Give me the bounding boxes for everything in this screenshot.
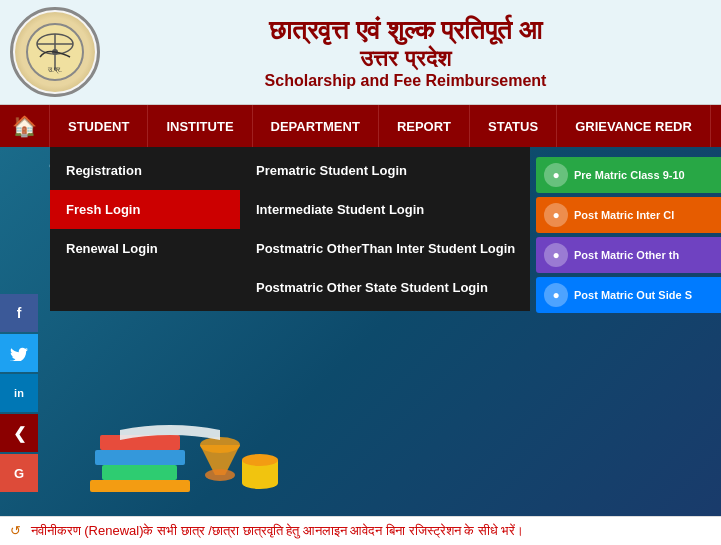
postmatric-outside-card[interactable]: ● Post Matric Out Side S [536, 277, 721, 313]
student-dropdown: Registration Fresh Login Renewal Login P… [50, 147, 530, 311]
dropdown-fresh-login[interactable]: Fresh Login [50, 190, 240, 229]
bottom-notification-text: नवीनीकरण (Renewal)के सभी छात्र /छात्रा छ… [31, 523, 525, 538]
nav-report[interactable]: REPORT [379, 105, 470, 147]
postmatric-other-card[interactable]: ● Post Matric Other th [536, 237, 721, 273]
header-subtitle-hindi: उत्तर प्रदेश [100, 46, 711, 72]
nav-department[interactable]: DEPARTMENT [253, 105, 379, 147]
logo: उ.प्र. [10, 7, 100, 97]
nav-institute-label: INSTITUTE [166, 119, 233, 134]
svg-rect-7 [95, 450, 185, 465]
postmatric-other-label: Post Matric Other th [574, 249, 679, 261]
header-title-hindi: छात्रवृत्त एवं शुल्क प्रतिपूर्त आ [100, 15, 711, 46]
prematric-icon: ● [544, 163, 568, 187]
svg-rect-9 [90, 480, 190, 492]
sidebar-toggle-button[interactable]: ❮ [0, 414, 38, 452]
nav-report-label: REPORT [397, 119, 451, 134]
logo-emblem: उ.प्र. [15, 12, 95, 92]
prematric-label: Pre Matric Class 9-10 [574, 169, 685, 181]
nav-grievance-label: GRIEVANCE REDR [575, 119, 692, 134]
nav-status-label: STATUS [488, 119, 538, 134]
social-sidebar: f in ❮ G [0, 294, 38, 494]
dropdown-prematric-login[interactable]: Prematric Student Login [240, 151, 530, 190]
header-text-block: छात्रवृत्त एवं शुल्क प्रतिपूर्त आ उत्तर … [100, 15, 711, 90]
ticker-arrow-icon: ↺ [10, 523, 21, 538]
dropdown-renewal-login[interactable]: Renewal Login [50, 229, 240, 268]
svg-rect-8 [102, 465, 177, 480]
postmatric-other-icon: ● [544, 243, 568, 267]
nav-department-label: DEPARTMENT [271, 119, 360, 134]
dropdown-postmatric-state-login[interactable]: Postmatric Other State Student Login [240, 268, 530, 307]
postmatric-outside-icon: ● [544, 283, 568, 307]
right-cards-panel: ● Pre Matric Class 9-10 ● Post Matric In… [536, 157, 721, 313]
dropdown-left-panel: Registration Fresh Login Renewal Login [50, 147, 240, 311]
navbar: 🏠 STUDENT Registration Fresh Login Renew… [0, 105, 721, 147]
postmatric-inter-card[interactable]: ● Post Matric Inter Cl [536, 197, 721, 233]
header: उ.प्र. छात्रवृत्त एवं शुल्क प्रतिपूर्त आ… [0, 0, 721, 105]
nav-grievance[interactable]: GRIEVANCE REDR [557, 105, 711, 147]
prematric-card[interactable]: ● Pre Matric Class 9-10 [536, 157, 721, 193]
svg-point-12 [205, 469, 235, 481]
header-subtitle-eng: Scholarship and Fee Reimbursement [100, 72, 711, 90]
bottom-notification-bar: ↺ नवीनीकरण (Renewal)के सभी छात्र /छात्रा… [0, 516, 721, 545]
google-button[interactable]: G [0, 454, 38, 492]
dropdown-postmatric-other-login[interactable]: Postmatric OtherThan Inter Student Login [240, 229, 530, 268]
nav-student-label: STUDENT [68, 119, 129, 134]
nav-status[interactable]: STATUS [470, 105, 557, 147]
nav-student[interactable]: STUDENT Registration Fresh Login Renewal… [50, 105, 148, 147]
postmatric-outside-label: Post Matric Out Side S [574, 289, 692, 301]
nav-institute[interactable]: INSTITUTE [148, 105, 252, 147]
facebook-button[interactable]: f [0, 294, 38, 332]
books-illustration [40, 345, 340, 505]
dropdown-registration[interactable]: Registration [50, 151, 240, 190]
dropdown-right-panel: Prematric Student Login Intermediate Stu… [240, 147, 530, 311]
svg-rect-6 [100, 435, 180, 450]
postmatric-inter-label: Post Matric Inter Cl [574, 209, 674, 221]
svg-point-15 [242, 454, 278, 466]
twitter-button[interactable] [0, 334, 38, 372]
linkedin-button[interactable]: in [0, 374, 38, 412]
home-button[interactable]: 🏠 [0, 105, 50, 147]
dropdown-intermediate-login[interactable]: Intermediate Student Login [240, 190, 530, 229]
svg-text:उ.प्र.: उ.प्र. [47, 66, 62, 74]
postmatric-inter-icon: ● [544, 203, 568, 227]
